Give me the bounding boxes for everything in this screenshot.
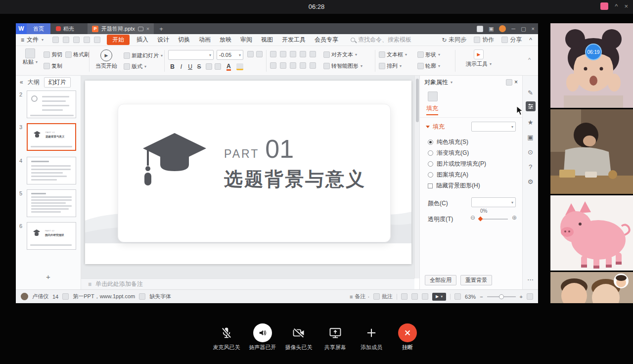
outline-button[interactable]: 轮廓▾	[417, 62, 440, 70]
slideshow-play-button[interactable]: ▶▾	[432, 293, 446, 301]
superscript-icon[interactable]	[206, 63, 212, 70]
menu-tab-animation[interactable]: 动画	[194, 35, 215, 45]
text-direction-icon[interactable]	[310, 51, 316, 57]
indent-decrease-icon[interactable]	[290, 51, 296, 57]
paste-button[interactable]: 粘贴▾	[20, 48, 41, 66]
zoom-slider-thumb[interactable]	[499, 294, 504, 299]
menu-tab-developer[interactable]: 开发工具	[277, 35, 310, 45]
new-slide-button[interactable]: 新建幻灯片▾	[124, 52, 163, 59]
panel-collapse-icon[interactable]: «	[20, 79, 23, 86]
print-icon[interactable]	[63, 37, 69, 43]
menu-tab-home[interactable]: 开始	[107, 35, 130, 45]
strikethrough-button[interactable]: S	[195, 62, 203, 71]
normal-view-icon[interactable]	[401, 293, 407, 300]
slider-marker[interactable]	[478, 217, 483, 222]
ribbon-collapse-icon[interactable]: ^	[529, 37, 532, 44]
scrollbar-thumb[interactable]	[416, 79, 419, 122]
sorter-view-icon[interactable]	[411, 293, 418, 300]
command-search[interactable]: 查找命令、搜索模板	[351, 36, 411, 44]
participant-video-1[interactable]: 06:19	[550, 23, 633, 108]
color-combo[interactable]: ▾	[471, 197, 516, 207]
decrease-font-icon[interactable]	[256, 51, 263, 57]
justify-icon[interactable]	[300, 62, 306, 69]
bold-button[interactable]: B	[168, 62, 177, 71]
file-menu[interactable]: ≡ 文件 ▾	[16, 36, 48, 44]
font-size-combo[interactable]: -0.05▾	[217, 50, 243, 60]
tab-document[interactable]: P 开题答辩.pptx ×	[88, 23, 154, 34]
canvas-scrollbar[interactable]	[414, 76, 419, 278]
ribbon-more-icon[interactable]: ^	[528, 57, 531, 63]
align-left-icon[interactable]	[270, 62, 276, 69]
menu-tab-transition[interactable]: 切换	[174, 35, 194, 45]
notes-toggle[interactable]: ≡备注·	[350, 293, 369, 300]
apply-all-button[interactable]: 全部应用	[425, 275, 456, 285]
shape-button[interactable]: 形状▾	[417, 51, 440, 58]
maximize-icon[interactable]: ▢	[521, 26, 526, 32]
text-box-button[interactable]: 文本框▾	[379, 51, 407, 58]
save-icon[interactable]	[52, 37, 59, 43]
underline-button[interactable]: U	[186, 62, 194, 71]
line-spacing-icon[interactable]	[310, 62, 316, 69]
tab-close-icon[interactable]: ×	[146, 26, 149, 32]
settings-gear-icon[interactable]: ⚙	[526, 177, 536, 186]
help-icon[interactable]: ?	[526, 162, 536, 172]
new-tab-button[interactable]: +	[159, 25, 163, 33]
part-row[interactable]: PART 01	[224, 134, 294, 164]
panel-close-icon[interactable]: ×	[514, 79, 518, 86]
slide-thumbnail-5[interactable]	[27, 189, 76, 217]
subscript-icon[interactable]	[215, 63, 221, 70]
mic-toggle-button[interactable]: 麦克风已关	[209, 322, 244, 351]
more-tools-icon[interactable]: ⋯	[526, 274, 536, 284]
object-properties-icon[interactable]	[526, 101, 536, 111]
fill-option-picture[interactable]: 图片或纹理填充(P)	[428, 160, 486, 168]
menu-tab-insert[interactable]: 插入	[132, 35, 153, 45]
hang-up-button[interactable]: 挂断	[390, 322, 425, 351]
current-slide[interactable]: PART 01 选题背景与意义	[85, 81, 411, 264]
share-button[interactable]: 分享	[501, 36, 522, 44]
fill-section-header[interactable]: 填充	[426, 123, 445, 131]
menu-tab-view[interactable]: 视图	[257, 35, 277, 45]
fullscreen-icon[interactable]	[527, 293, 533, 300]
align-text-button[interactable]: 对齐文本▾	[323, 51, 357, 58]
participant-video-2[interactable]	[550, 109, 633, 194]
smart-art-button[interactable]: 转智能图形▾	[323, 62, 362, 70]
highlight-color-icon[interactable]	[236, 63, 243, 70]
slide-title[interactable]: 选题背景与意义	[224, 167, 366, 192]
workspace-grid-icon[interactable]: ▣	[489, 26, 494, 32]
style-pencil-icon[interactable]: ✎	[526, 88, 536, 97]
bullets-icon[interactable]	[270, 51, 276, 57]
add-member-button[interactable]: 添加成员	[354, 322, 389, 351]
reading-view-icon[interactable]	[422, 293, 428, 300]
collaborate-button[interactable]: 协作	[474, 36, 494, 44]
fill-option-solid[interactable]: 纯色填充(S)	[428, 138, 468, 146]
animation-pane-icon[interactable]: ★	[526, 117, 536, 127]
chevron-down-icon[interactable]: ▾	[451, 80, 452, 85]
arrange-button[interactable]: 排列▾	[379, 62, 402, 70]
chevron-up-icon[interactable]: ^	[615, 2, 618, 10]
tab-docer[interactable]: 稻壳	[50, 23, 80, 34]
zoom-in-icon[interactable]: +	[520, 294, 523, 300]
slide-thumbnail-2[interactable]	[27, 91, 76, 118]
add-slide-button[interactable]: +	[16, 273, 81, 281]
presentation-tools-button[interactable]: ▶ 演示工具▾	[460, 49, 497, 68]
font-name-combo[interactable]: ▾	[168, 50, 214, 60]
menu-tab-review[interactable]: 审阅	[236, 35, 257, 45]
menu-tab-slideshow[interactable]: 放映	[215, 35, 236, 45]
tab-slides[interactable]: 幻灯片	[44, 77, 71, 88]
increase-font-icon[interactable]	[247, 51, 254, 57]
copy-button[interactable]: 复制	[44, 62, 62, 70]
fill-tab[interactable]: 填充	[426, 104, 438, 115]
camera-toggle-button[interactable]: 摄像头已关	[281, 322, 316, 351]
notes-bar[interactable]: ≡ 单击此处添加备注	[81, 278, 414, 289]
participant-video-4[interactable]	[550, 272, 633, 303]
menu-tab-member[interactable]: 会员专享	[310, 35, 343, 45]
preview-icon[interactable]	[73, 37, 80, 43]
zoom-level[interactable]: 63%	[465, 294, 476, 300]
transparency-plus-icon[interactable]: ⊕	[512, 214, 517, 221]
speaker-toggle-button[interactable]: 扬声器已开	[245, 322, 280, 351]
slide-thumbnail-3-selected[interactable]: PART 01 选题背景与意义	[27, 123, 76, 151]
redo-icon[interactable]	[94, 37, 100, 43]
window-close-icon[interactable]: ×	[532, 26, 535, 32]
fit-slide-icon[interactable]	[454, 293, 461, 300]
undo-icon[interactable]	[84, 37, 90, 43]
